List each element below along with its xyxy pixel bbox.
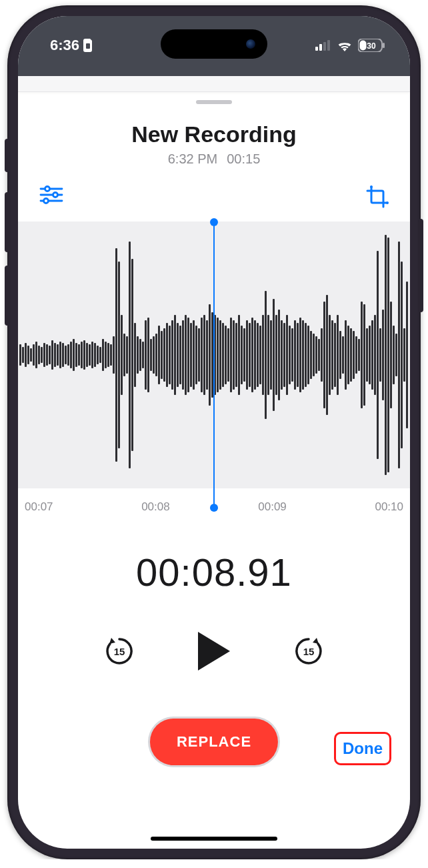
waveform-bar [161, 331, 163, 379]
waveform-bar [225, 326, 227, 384]
waveform-bar [62, 343, 64, 367]
sheet-grabber-row[interactable] [18, 92, 410, 104]
play-button[interactable] [195, 630, 233, 672]
recording-duration-label: 00:15 [227, 151, 260, 167]
waveform-bar [233, 320, 235, 390]
time-mark: 00:07 [25, 500, 53, 514]
waveform-bar [25, 343, 27, 367]
waveform-bar [171, 320, 173, 390]
waveform-bar [355, 336, 357, 374]
waveform-bar [177, 323, 179, 387]
cell-signal-icon [315, 40, 331, 51]
waveform-bar [203, 315, 205, 395]
waveform-bar [273, 299, 275, 411]
volume-up-button [5, 192, 10, 252]
trim-crop-icon[interactable] [366, 185, 389, 208]
waveform-bar [206, 320, 208, 390]
svg-rect-4 [327, 40, 330, 51]
waveform-bar [321, 328, 323, 382]
waveform-bar [179, 326, 181, 384]
waveform-bar [334, 323, 336, 387]
waveform-bar [361, 302, 363, 408]
time-mark: 00:09 [258, 500, 287, 514]
waveform-bar [41, 347, 43, 363]
playhead[interactable] [213, 222, 215, 508]
waveform-bar [297, 323, 299, 387]
waveform-bar [217, 318, 219, 392]
svg-rect-6 [360, 41, 367, 51]
waveform-bar [155, 334, 157, 376]
waveform-bar [358, 339, 360, 371]
waveform-bar [115, 248, 117, 462]
waveform-bar [393, 326, 395, 384]
waveform-bar [174, 315, 176, 395]
waveform-bar [195, 326, 197, 384]
waveform-bar [91, 342, 93, 368]
waveform-bar [230, 318, 232, 392]
skip-forward-15-button[interactable]: 15 [293, 635, 325, 667]
waveform-bar [105, 342, 107, 368]
waveform-bar [38, 346, 40, 364]
waveform-bar [59, 342, 61, 368]
waveform-bar [43, 343, 45, 367]
sheet-grabber[interactable] [196, 100, 232, 104]
waveform-bar [19, 344, 21, 366]
waveform-bar [182, 320, 184, 390]
home-indicator[interactable] [151, 837, 277, 841]
waveform-bar [382, 310, 384, 400]
waveform-bar [75, 343, 77, 367]
waveform-bar [166, 323, 168, 387]
waveform-bar [33, 344, 35, 366]
waveform-bar [385, 235, 387, 475]
waveform-bar [257, 323, 259, 387]
waveform-bar [81, 342, 83, 368]
waveform-bar [185, 315, 187, 395]
waveform-bar [313, 334, 315, 376]
waveform-bar [134, 323, 136, 387]
recording-time-label: 6:32 PM [168, 151, 217, 167]
waveform-bar [73, 339, 75, 371]
waveform-bar [403, 328, 405, 382]
waveform-bar [342, 336, 344, 374]
waveform-bar [89, 344, 91, 366]
waveform-bar [390, 302, 392, 408]
waveform-bar [86, 343, 88, 367]
waveform-bar [369, 326, 371, 384]
svg-point-10 [45, 187, 50, 191]
waveform-bar [294, 320, 296, 390]
waveform-bar [406, 282, 408, 428]
settings-sliders-icon[interactable] [39, 185, 63, 208]
replace-button[interactable]: REPLACE [150, 719, 278, 765]
waveform-bar [270, 320, 272, 390]
waveform-bar [190, 323, 192, 387]
waveform-area[interactable]: 00:07 00:08 00:09 00:10 [18, 222, 410, 514]
skip-back-15-button[interactable]: 15 [103, 635, 135, 667]
time-mark: 00:10 [375, 500, 403, 514]
waveform-bar [353, 331, 355, 379]
waveform-bar [401, 262, 403, 448]
waveform-bar [67, 344, 69, 366]
waveform-bar [363, 304, 365, 406]
volume-down-button [5, 266, 10, 326]
svg-rect-7 [383, 43, 385, 48]
svg-point-12 [53, 193, 58, 197]
waveform-bar [193, 320, 195, 390]
waveform-bar [339, 331, 341, 379]
svg-rect-3 [323, 42, 326, 51]
dynamic-island [161, 29, 267, 59]
waveform-bar [278, 310, 280, 400]
waveform-bar [235, 323, 237, 387]
waveform-bar [299, 318, 301, 392]
waveform-bar [139, 339, 141, 371]
waveform-bar [275, 315, 277, 395]
waveform-bar [35, 342, 37, 368]
silent-switch [5, 139, 10, 172]
svg-text:30: 30 [367, 41, 376, 51]
waveform-bar [350, 328, 352, 382]
waveform-bar [371, 320, 373, 390]
waveform-bar [243, 328, 245, 382]
waveform-bar [97, 346, 99, 364]
recording-title[interactable]: New Recording [18, 121, 410, 147]
done-button[interactable]: Done [334, 732, 391, 765]
waveform-bar [286, 315, 288, 395]
